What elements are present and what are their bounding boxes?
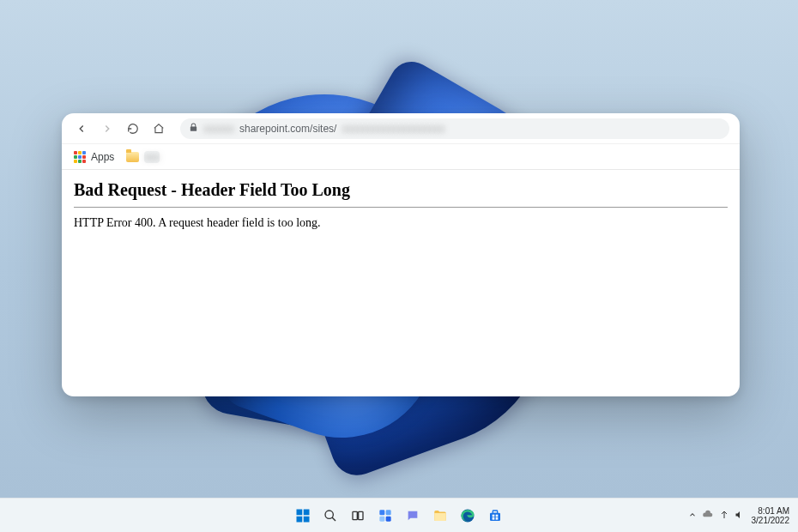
svg-rect-13 xyxy=(493,511,497,513)
browser-window: xxxxxx sharepoint.com/sites/ xxxxxxxxxxx… xyxy=(62,113,740,396)
url-visible: sharepoint.com/sites/ xyxy=(239,123,336,135)
search-button[interactable] xyxy=(319,505,342,527)
svg-rect-10 xyxy=(386,516,391,521)
task-view-button[interactable] xyxy=(347,505,369,527)
apps-shortcut[interactable]: Apps xyxy=(74,151,114,163)
clock-date: 3/21/2022 xyxy=(752,516,790,525)
svg-rect-6 xyxy=(359,511,363,519)
home-button[interactable] xyxy=(149,119,168,138)
tray-onedrive-icon[interactable] xyxy=(702,509,714,523)
bookmark-folder-label: xxx xyxy=(144,151,160,163)
lock-icon xyxy=(189,123,198,135)
apps-label: Apps xyxy=(91,151,114,163)
back-button[interactable] xyxy=(72,119,91,138)
store-button[interactable] xyxy=(484,505,506,527)
taskbar-center xyxy=(292,505,506,527)
svg-rect-7 xyxy=(379,510,384,515)
edge-button[interactable] xyxy=(456,505,479,527)
system-tray: 8:01 AM 3/21/2022 xyxy=(688,506,790,525)
svg-rect-17 xyxy=(496,517,499,520)
folder-icon xyxy=(126,152,139,162)
tray-chevron-icon[interactable] xyxy=(688,511,697,521)
url-suffix-blurred: xxxxxxxxxxxxxxxxxxxx xyxy=(342,123,444,135)
address-bar[interactable]: xxxxxx sharepoint.com/sites/ xxxxxxxxxxx… xyxy=(180,118,729,139)
svg-rect-5 xyxy=(353,511,357,519)
svg-point-4 xyxy=(325,511,333,518)
tray-volume-icon[interactable] xyxy=(735,510,745,522)
tray-network-icon[interactable] xyxy=(719,510,729,522)
file-explorer-button[interactable] xyxy=(429,505,451,527)
browser-toolbar: xxxxxx sharepoint.com/sites/ xxxxxxxxxxx… xyxy=(62,113,740,144)
bookmarks-bar: Apps xxx xyxy=(62,144,740,170)
svg-rect-2 xyxy=(297,516,303,522)
svg-rect-1 xyxy=(304,509,310,515)
error-body: HTTP Error 400. A request header field i… xyxy=(74,216,728,230)
svg-rect-8 xyxy=(386,510,391,515)
svg-rect-15 xyxy=(496,514,499,517)
widgets-button[interactable] xyxy=(374,505,396,527)
chat-button[interactable] xyxy=(402,505,424,527)
clock-time: 8:01 AM xyxy=(758,506,789,516)
taskbar: 8:01 AM 3/21/2022 xyxy=(0,498,798,532)
svg-rect-14 xyxy=(493,514,495,517)
taskbar-clock[interactable]: 8:01 AM 3/21/2022 xyxy=(752,506,790,525)
error-heading: Bad Request - Header Field Too Long xyxy=(74,180,728,200)
page-content: Bad Request - Header Field Too Long HTTP… xyxy=(62,170,740,396)
svg-rect-16 xyxy=(493,517,495,520)
start-button[interactable] xyxy=(292,505,314,527)
svg-rect-3 xyxy=(304,516,310,522)
bookmark-folder[interactable]: xxx xyxy=(126,151,160,163)
reload-button[interactable] xyxy=(124,119,142,138)
svg-rect-9 xyxy=(379,516,384,521)
apps-icon xyxy=(74,151,86,163)
svg-rect-0 xyxy=(297,509,303,515)
svg-rect-12 xyxy=(490,512,500,520)
url-prefix-blurred: xxxxxx xyxy=(203,123,234,135)
divider xyxy=(74,207,728,208)
forward-button[interactable] xyxy=(98,119,117,138)
